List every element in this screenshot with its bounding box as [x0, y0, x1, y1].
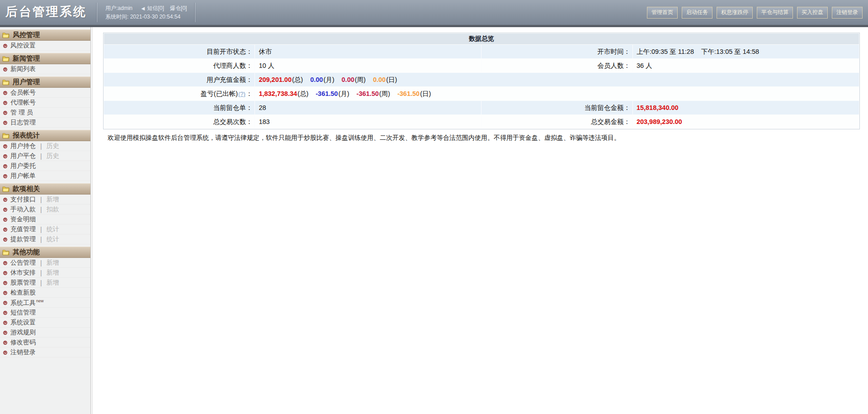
bullet-icon	[3, 164, 7, 168]
sidebar-item[interactable]: 用户帐单	[0, 171, 90, 181]
sidebar-item[interactable]: 资金明细	[0, 215, 90, 224]
separator: |	[40, 226, 42, 233]
sidebar-section-news-management[interactable]: 新闻管理	[0, 53, 90, 64]
sidebar-item[interactable]: 用户持仓|历史	[0, 142, 90, 151]
sidebar-item[interactable]: 会员帐号	[0, 88, 90, 98]
row-label: 盈亏(已出帐)(?)：	[104, 87, 255, 100]
sidebar-section-report-statistics[interactable]: 报表统计	[0, 130, 90, 141]
sidebar-item[interactable]: 支付接口|新增	[0, 195, 90, 205]
sidebar-item[interactable]: 股票管理|新增	[0, 278, 90, 288]
sidebar-item[interactable]: 系统工具new	[0, 298, 90, 308]
separator: |	[40, 269, 42, 276]
bullet-icon	[3, 281, 7, 285]
row-value: 28	[255, 101, 481, 114]
sms-link[interactable]: 短信[0]	[147, 5, 164, 11]
sidebar-item[interactable]: 新闻列表	[0, 65, 90, 74]
burst-link[interactable]: 爆仓[0]	[170, 5, 187, 11]
separator: |	[40, 196, 42, 203]
sidebar-item-label: 手动入款	[10, 205, 36, 214]
sidebar-item[interactable]: 注销登录	[0, 348, 90, 357]
row-value: 上午:09:35 至 11:28下午:13:05 至 14:58	[633, 45, 859, 58]
home-button[interactable]: 管理首页	[647, 7, 678, 19]
separator: |	[40, 143, 42, 150]
sidebar-item-label: 股票管理	[10, 279, 36, 287]
sidebar-extra-link[interactable]: 统计	[47, 225, 59, 233]
bullet-icon	[3, 101, 7, 105]
system-time: 系统时间: 2021-03-30 20:54:54	[105, 14, 180, 20]
sidebar-extra-link[interactable]: 历史	[47, 152, 59, 160]
sidebar-section-funds-related[interactable]: 款项相关	[0, 183, 90, 195]
bullet-icon	[3, 341, 7, 345]
sidebar-section-other-functions[interactable]: 其他功能	[0, 247, 90, 258]
sidebar-extra-link[interactable]: 历史	[47, 142, 59, 150]
separator: |	[40, 259, 42, 266]
logout-button[interactable]: 注销登录	[832, 7, 863, 19]
sidebar-item-label: 休市安排	[10, 269, 36, 277]
sidebar-item[interactable]: 日志管理	[0, 118, 90, 128]
sidebar-section-user-management[interactable]: 用户管理	[0, 76, 90, 88]
speaker-icon: ◀	[141, 6, 145, 11]
folder-icon	[2, 56, 9, 62]
sidebar-item[interactable]: 提款管理|统计	[0, 235, 90, 244]
sidebar-item-label: 代理帐号	[10, 99, 36, 107]
sidebar-item[interactable]: 管 理 员	[0, 108, 90, 118]
row-label: 当前留仓单：	[104, 101, 255, 114]
bullet-icon	[3, 208, 7, 212]
sidebar-item[interactable]: 手动入款|扣款	[0, 205, 90, 214]
sidebar-item-label: 支付接口	[10, 195, 36, 204]
bullet-icon	[3, 228, 7, 232]
sidebar-item-label: 用户帐单	[10, 172, 36, 180]
sidebar-section-title: 款项相关	[13, 185, 40, 193]
sidebar-item[interactable]: 充值管理|统计	[0, 225, 90, 234]
sidebar-section-title: 其他功能	[13, 248, 40, 257]
sidebar-item[interactable]: 用户委托	[0, 162, 90, 171]
rights-updown-button[interactable]: 权息涨跌停	[717, 7, 753, 19]
bullet-icon	[3, 44, 7, 48]
separator: |	[40, 152, 42, 160]
sidebar-item[interactable]: 游戏规则	[0, 328, 90, 338]
sidebar-item[interactable]: 代理帐号	[0, 98, 90, 108]
sidebar-item-label: 风控设置	[10, 42, 36, 50]
bullet-icon	[3, 111, 7, 115]
sidebar-section-title: 风控管理	[13, 31, 40, 39]
sidebar-item[interactable]: 修改密码	[0, 338, 90, 347]
sidebar-extra-link[interactable]: 新增	[47, 279, 59, 287]
row-value: 36 人	[633, 59, 859, 72]
start-task-button[interactable]: 启动任务	[682, 7, 712, 19]
sidebar-extra-link[interactable]: 统计	[47, 235, 59, 243]
row-value: 203,989,230.00	[633, 115, 859, 128]
sidebar-extra-link[interactable]: 新增	[47, 195, 59, 204]
sidebar-section-risk-management[interactable]: 风控管理	[0, 29, 90, 41]
sidebar-item[interactable]: 系统设置	[0, 318, 90, 328]
sidebar-item[interactable]: 风控设置	[0, 41, 90, 51]
sidebar-item-label: 提款管理	[10, 235, 36, 243]
row-label: 代理商人数：	[104, 59, 255, 72]
sidebar-extra-link[interactable]: 扣款	[47, 205, 59, 214]
row-label: 用户充值金额：	[104, 73, 255, 86]
header-buttons: 管理首页启动任务权息涨跌停平仓与结算买入控盘注销登录	[647, 7, 868, 19]
sidebar-item[interactable]: 休市安排|新增	[0, 268, 90, 278]
sidebar-item-label: 资金明细	[10, 215, 36, 224]
sidebar-extra-link[interactable]: 新增	[47, 259, 59, 267]
buy-control-button[interactable]: 买入控盘	[797, 7, 828, 19]
row-value: 15,818,340.00	[633, 101, 859, 114]
bullet-icon	[3, 261, 7, 265]
profit-help-link[interactable]: (?)	[238, 90, 245, 97]
folder-icon	[2, 186, 9, 192]
sidebar-item-label: 新闻列表	[10, 65, 36, 73]
bullet-icon	[3, 154, 7, 158]
sidebar-item-label: 系统设置	[10, 319, 36, 327]
sidebar-item[interactable]: 公告管理|新增	[0, 258, 90, 268]
header-separator	[195, 3, 195, 22]
bullet-icon	[3, 291, 7, 295]
sidebar-item[interactable]: 检查新股	[0, 288, 90, 298]
sidebar-extra-link[interactable]: 新增	[47, 269, 59, 277]
sidebar-item-label: 用户委托	[10, 162, 36, 170]
sidebar-item[interactable]: 短信管理	[0, 308, 90, 318]
sidebar-item[interactable]: 用户平仓|历史	[0, 152, 90, 161]
user-info: 用户:admin ◀ 短信[0] 爆仓[0] 系统时间: 2021-03-30 …	[97, 4, 195, 21]
sidebar-section-title: 用户管理	[13, 78, 40, 86]
sidebar-section-title: 报表统计	[13, 131, 40, 140]
close-settle-button[interactable]: 平仓与结算	[757, 7, 793, 19]
separator: |	[40, 236, 42, 243]
